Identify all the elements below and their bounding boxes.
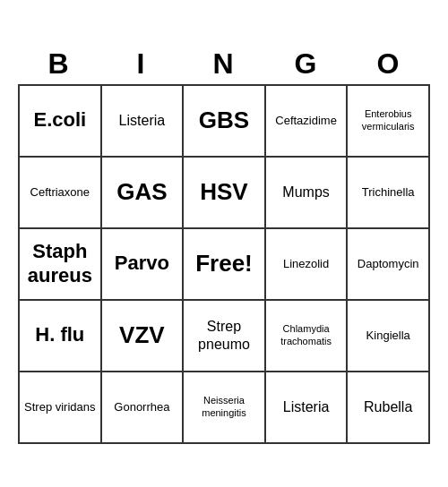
cell-text: HSV <box>200 178 247 206</box>
cell-text: H. flu <box>35 323 84 346</box>
bingo-card: BINGO E.coliListeriaGBSCeftazidimeEntero… <box>18 44 430 444</box>
bingo-header: BINGO <box>18 44 430 84</box>
header-letter: N <box>183 44 265 84</box>
cell-text: Strep pneumo <box>186 318 262 352</box>
cell-text: Mumps <box>282 184 329 201</box>
bingo-cell: Strep pneumo <box>184 301 266 372</box>
header-letter: O <box>348 44 430 84</box>
bingo-cell: Mumps <box>266 158 349 229</box>
cell-text: Strep viridans <box>24 400 95 414</box>
bingo-cell: HSV <box>184 158 266 229</box>
bingo-cell: Daptomycin <box>348 229 430 301</box>
bingo-cell: Neisseria meningitis <box>184 372 266 444</box>
bingo-cell: Enterobius vermicularis <box>348 86 430 158</box>
bingo-cell: Listeria <box>266 372 349 444</box>
bingo-cell: GAS <box>102 158 185 229</box>
cell-text: Rubella <box>364 398 412 415</box>
cell-text: E.coli <box>33 108 86 132</box>
bingo-cell: Parvo <box>102 229 185 301</box>
bingo-cell: H. flu <box>20 301 102 372</box>
cell-text: Chlamydia trachomatis <box>269 323 344 346</box>
bingo-cell: GBS <box>184 86 266 158</box>
bingo-cell: Gonorrhea <box>102 372 185 444</box>
bingo-grid: E.coliListeriaGBSCeftazidimeEnterobius v… <box>18 84 430 444</box>
bingo-cell: E.coli <box>20 86 102 158</box>
bingo-cell: Chlamydia trachomatis <box>266 301 349 372</box>
cell-text: GAS <box>116 178 167 206</box>
bingo-cell: Rubella <box>348 372 430 444</box>
bingo-cell: Free! <box>184 229 266 301</box>
cell-text: GBS <box>199 107 249 134</box>
cell-text: Ceftazidime <box>275 114 337 128</box>
cell-text: Listeria <box>119 112 166 129</box>
bingo-cell: Kingiella <box>348 301 430 372</box>
cell-text: Parvo <box>115 252 169 275</box>
cell-text: Ceftriaxone <box>30 185 90 200</box>
cell-text: Enterobius vermicularis <box>350 108 426 132</box>
cell-text: Kingiella <box>366 329 410 343</box>
bingo-cell: Ceftriaxone <box>20 158 102 229</box>
cell-text: Staph aureus <box>22 240 98 287</box>
cell-text: Listeria <box>283 398 330 415</box>
cell-text: Free! <box>195 250 253 278</box>
bingo-cell: Strep viridans <box>20 372 102 444</box>
cell-text: VZV <box>119 321 165 349</box>
header-letter: B <box>18 44 100 84</box>
header-letter: G <box>265 44 348 84</box>
bingo-cell: Trichinella <box>348 158 430 229</box>
bingo-cell: VZV <box>102 301 185 372</box>
cell-text: Linezolid <box>283 257 329 271</box>
cell-text: Neisseria meningitis <box>186 395 262 418</box>
bingo-cell: Linezolid <box>266 229 349 301</box>
bingo-cell: Ceftazidime <box>266 86 349 158</box>
cell-text: Daptomycin <box>358 257 419 271</box>
header-letter: I <box>100 44 183 84</box>
cell-text: Gonorrhea <box>114 400 169 414</box>
bingo-cell: Staph aureus <box>20 229 102 301</box>
bingo-cell: Listeria <box>102 86 185 158</box>
cell-text: Trichinella <box>362 185 415 200</box>
